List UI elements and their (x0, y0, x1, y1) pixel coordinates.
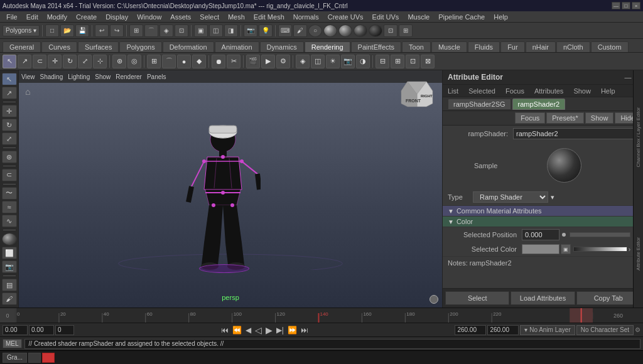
rotate-tool[interactable]: ↻ (63, 55, 77, 68)
shader-tab-main[interactable]: rampShader2 (512, 99, 566, 110)
paint-btn[interactable]: ↗ (2, 87, 17, 99)
menu-select[interactable]: Select (196, 13, 223, 21)
type-dropdown-arrow[interactable]: ▾ (551, 193, 554, 201)
minimize-btn[interactable]: — (612, 2, 620, 9)
render-globals2[interactable]: ◫ (311, 55, 325, 68)
curve-ep[interactable]: ≈ (2, 201, 17, 213)
tab-custom[interactable]: Custom (591, 41, 629, 52)
quick-layout-2[interactable]: ⊞ (391, 55, 404, 68)
menu-edit-uvs[interactable]: Edit UVs (369, 13, 403, 21)
tab-painteffects[interactable]: PaintEffects (351, 41, 402, 52)
lasso-tool[interactable]: ⊂ (33, 55, 46, 68)
attr-nav-focus[interactable]: Focus (503, 87, 527, 95)
select-btn[interactable]: ↖ (2, 73, 17, 85)
tb-wire[interactable]: ⊞ (399, 24, 413, 37)
menu-mesh[interactable]: Mesh (224, 13, 249, 21)
render-view[interactable]: 🎬 (246, 55, 260, 68)
layer-btn[interactable]: ▤ (2, 279, 17, 291)
snap-point-icon[interactable]: ● (177, 55, 191, 68)
play-back-btn[interactable]: ◁ (254, 325, 263, 335)
taskbar-item3[interactable] (42, 353, 55, 363)
quick-layout-4[interactable]: ⊠ (421, 55, 435, 68)
scale-btn[interactable]: ⤢ (2, 132, 17, 145)
start-frame-input[interactable] (3, 325, 28, 335)
menu-assets[interactable]: Assets (166, 13, 195, 21)
vp-shading-menu[interactable]: Shading (40, 73, 63, 80)
menu-help[interactable]: Help (490, 13, 512, 21)
menu-edit[interactable]: Edit (23, 13, 42, 21)
vp-panels-menu[interactable]: Panels (147, 73, 166, 80)
attr-minimize-btn[interactable]: — (625, 73, 632, 81)
vp-home-icon[interactable]: ⌂ (25, 87, 30, 97)
prev-frame-btn[interactable]: ◀ (244, 326, 252, 335)
menu-file[interactable]: File (3, 13, 21, 21)
vp-view-menu[interactable]: View (21, 73, 35, 80)
tab-ncloth[interactable]: nCloth (556, 41, 590, 52)
tb-render[interactable]: ▣ (194, 24, 208, 37)
taskbar-item2[interactable] (28, 353, 41, 363)
tb-render3[interactable]: ◨ (224, 24, 238, 37)
tb-paint[interactable]: 🖌 (293, 24, 307, 37)
end-frame-input[interactable] (487, 325, 519, 335)
current-frame-input[interactable] (455, 325, 486, 335)
preferences-btn[interactable]: ⚙ (635, 326, 640, 333)
attr-nav-attributes[interactable]: Attributes (532, 87, 566, 95)
render-settings[interactable]: ⚙ (276, 55, 290, 68)
vp-lighting-menu[interactable]: Lighting (68, 73, 90, 80)
type-select[interactable]: Ramp Shader (473, 191, 548, 203)
tb-checker[interactable]: ⊡ (384, 24, 397, 37)
tab-muscle[interactable]: Muscle (431, 41, 467, 52)
snap-curve-icon[interactable]: ⌒ (162, 55, 176, 68)
show-button[interactable]: Show (585, 112, 614, 124)
menu-pipeline-cache[interactable]: Pipeline Cache (435, 13, 489, 21)
attr-nav-selected[interactable]: Selected (466, 87, 498, 95)
attr-nav-show[interactable]: Show (571, 87, 593, 95)
tab-fur[interactable]: Fur (500, 41, 525, 52)
next-end-btn[interactable]: ⏭ (300, 326, 310, 335)
timeline[interactable]: 0 0 20 40 60 80 100 120 140 (0, 308, 643, 323)
menu-modify[interactable]: Modify (43, 13, 71, 21)
play-fwd-btn[interactable]: ▶ (264, 325, 274, 335)
close-btn[interactable]: × (632, 2, 640, 9)
menu-create[interactable]: Create (72, 13, 100, 21)
lights-icon[interactable]: ☀ (326, 55, 340, 68)
tb-sphere-icon[interactable]: ○ (308, 24, 322, 37)
tab-surfaces[interactable]: Surfaces (78, 41, 119, 52)
menu-window[interactable]: Window (133, 13, 165, 21)
maximize-btn[interactable]: □ (622, 2, 630, 9)
tab-toon[interactable]: Toon (402, 41, 431, 52)
ipr-render[interactable]: ▶ (261, 55, 275, 68)
sphere-btn[interactable] (2, 233, 17, 245)
soft-mod-tool[interactable]: ⊛ (112, 55, 126, 68)
select-tool[interactable]: ↖ (3, 55, 16, 68)
taskbar-maya[interactable]: Gra... (3, 353, 27, 363)
snap-grid-icon[interactable]: ⊞ (147, 55, 161, 68)
next-frame-btn[interactable]: ▶| (275, 326, 285, 335)
char-set-selector[interactable]: No Character Set (576, 325, 634, 335)
selected-position-input[interactable] (522, 229, 559, 240)
menu-normals[interactable]: Normals (289, 13, 323, 21)
vp-corner-control[interactable] (430, 295, 438, 304)
rotate-btn[interactable]: ↻ (2, 119, 17, 131)
history-icon[interactable]: ⏺ (212, 55, 225, 68)
tb-input[interactable]: ⌨ (278, 24, 292, 37)
soft-select-btn[interactable]: ⊛ (2, 151, 17, 163)
tb-save[interactable]: 💾 (75, 24, 89, 37)
timeline-track[interactable]: 0 20 40 60 80 100 120 140 160 180 (16, 308, 593, 323)
tab-polygons[interactable]: Polygons (119, 41, 161, 52)
quick-layout-3[interactable]: ⊡ (406, 55, 419, 68)
menu-edit-mesh[interactable]: Edit Mesh (250, 13, 288, 21)
viewport[interactable]: View Shading Lighting Show Renderer Pane… (19, 70, 442, 308)
viewport-cube[interactable]: FRONT RIGHT (398, 75, 436, 113)
focus-button[interactable]: Focus (515, 112, 545, 124)
cube-btn[interactable]: ⬜ (2, 247, 17, 259)
common-material-section[interactable]: ▼ Common Material Attributes (443, 206, 635, 217)
position-slider[interactable] (570, 232, 630, 237)
tab-rendering[interactable]: Rendering (305, 41, 350, 52)
menu-display[interactable]: Display (102, 13, 132, 21)
tab-curves[interactable]: Curves (41, 41, 77, 52)
tab-general[interactable]: General (3, 41, 41, 52)
tb-sphere5[interactable] (369, 24, 382, 37)
tab-animation[interactable]: Animation (215, 41, 259, 52)
show-manip[interactable]: ◎ (127, 55, 141, 68)
